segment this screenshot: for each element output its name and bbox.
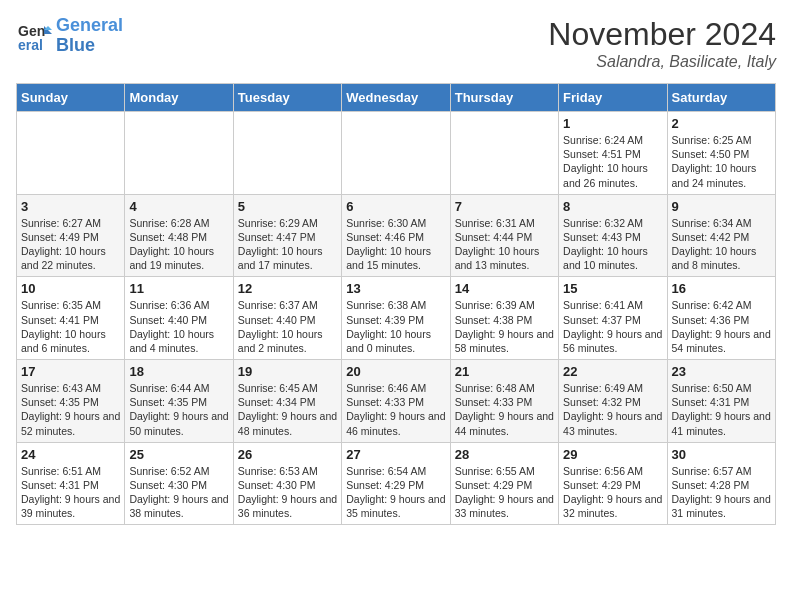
day-info: Sunrise: 6:29 AM Sunset: 4:47 PM Dayligh… bbox=[238, 216, 337, 273]
location: Salandra, Basilicate, Italy bbox=[548, 53, 776, 71]
day-number: 30 bbox=[672, 447, 771, 462]
calendar-cell: 19Sunrise: 6:45 AM Sunset: 4:34 PM Dayli… bbox=[233, 360, 341, 443]
header-friday: Friday bbox=[559, 84, 667, 112]
day-number: 26 bbox=[238, 447, 337, 462]
calendar-cell: 24Sunrise: 6:51 AM Sunset: 4:31 PM Dayli… bbox=[17, 442, 125, 525]
day-number: 25 bbox=[129, 447, 228, 462]
day-number: 29 bbox=[563, 447, 662, 462]
calendar-cell: 28Sunrise: 6:55 AM Sunset: 4:29 PM Dayli… bbox=[450, 442, 558, 525]
day-info: Sunrise: 6:57 AM Sunset: 4:28 PM Dayligh… bbox=[672, 464, 771, 521]
day-info: Sunrise: 6:24 AM Sunset: 4:51 PM Dayligh… bbox=[563, 133, 662, 190]
day-info: Sunrise: 6:36 AM Sunset: 4:40 PM Dayligh… bbox=[129, 298, 228, 355]
day-info: Sunrise: 6:35 AM Sunset: 4:41 PM Dayligh… bbox=[21, 298, 120, 355]
calendar-cell: 1Sunrise: 6:24 AM Sunset: 4:51 PM Daylig… bbox=[559, 112, 667, 195]
calendar-cell: 25Sunrise: 6:52 AM Sunset: 4:30 PM Dayli… bbox=[125, 442, 233, 525]
calendar-cell: 17Sunrise: 6:43 AM Sunset: 4:35 PM Dayli… bbox=[17, 360, 125, 443]
calendar-cell: 18Sunrise: 6:44 AM Sunset: 4:35 PM Dayli… bbox=[125, 360, 233, 443]
calendar-cell: 5Sunrise: 6:29 AM Sunset: 4:47 PM Daylig… bbox=[233, 194, 341, 277]
day-number: 11 bbox=[129, 281, 228, 296]
day-number: 12 bbox=[238, 281, 337, 296]
calendar-cell: 13Sunrise: 6:38 AM Sunset: 4:39 PM Dayli… bbox=[342, 277, 450, 360]
day-info: Sunrise: 6:50 AM Sunset: 4:31 PM Dayligh… bbox=[672, 381, 771, 438]
day-number: 7 bbox=[455, 199, 554, 214]
calendar-cell: 10Sunrise: 6:35 AM Sunset: 4:41 PM Dayli… bbox=[17, 277, 125, 360]
day-number: 19 bbox=[238, 364, 337, 379]
day-number: 27 bbox=[346, 447, 445, 462]
day-number: 16 bbox=[672, 281, 771, 296]
week-row-0: 1Sunrise: 6:24 AM Sunset: 4:51 PM Daylig… bbox=[17, 112, 776, 195]
day-number: 8 bbox=[563, 199, 662, 214]
day-info: Sunrise: 6:48 AM Sunset: 4:33 PM Dayligh… bbox=[455, 381, 554, 438]
logo-line2: Blue bbox=[56, 36, 123, 56]
calendar-cell: 29Sunrise: 6:56 AM Sunset: 4:29 PM Dayli… bbox=[559, 442, 667, 525]
calendar-cell: 21Sunrise: 6:48 AM Sunset: 4:33 PM Dayli… bbox=[450, 360, 558, 443]
logo-line1: General bbox=[56, 16, 123, 36]
calendar-cell: 11Sunrise: 6:36 AM Sunset: 4:40 PM Dayli… bbox=[125, 277, 233, 360]
week-row-1: 3Sunrise: 6:27 AM Sunset: 4:49 PM Daylig… bbox=[17, 194, 776, 277]
day-info: Sunrise: 6:46 AM Sunset: 4:33 PM Dayligh… bbox=[346, 381, 445, 438]
calendar-cell bbox=[125, 112, 233, 195]
calendar-cell: 3Sunrise: 6:27 AM Sunset: 4:49 PM Daylig… bbox=[17, 194, 125, 277]
calendar-cell: 7Sunrise: 6:31 AM Sunset: 4:44 PM Daylig… bbox=[450, 194, 558, 277]
day-number: 2 bbox=[672, 116, 771, 131]
day-number: 18 bbox=[129, 364, 228, 379]
calendar-cell: 8Sunrise: 6:32 AM Sunset: 4:43 PM Daylig… bbox=[559, 194, 667, 277]
calendar-cell: 12Sunrise: 6:37 AM Sunset: 4:40 PM Dayli… bbox=[233, 277, 341, 360]
day-number: 10 bbox=[21, 281, 120, 296]
day-info: Sunrise: 6:43 AM Sunset: 4:35 PM Dayligh… bbox=[21, 381, 120, 438]
day-info: Sunrise: 6:54 AM Sunset: 4:29 PM Dayligh… bbox=[346, 464, 445, 521]
logo: Gen eral General Blue bbox=[16, 16, 123, 56]
day-number: 14 bbox=[455, 281, 554, 296]
title-block: November 2024 Salandra, Basilicate, Ital… bbox=[548, 16, 776, 71]
page-header: Gen eral General Blue November 2024 Sala… bbox=[16, 16, 776, 71]
day-info: Sunrise: 6:28 AM Sunset: 4:48 PM Dayligh… bbox=[129, 216, 228, 273]
day-info: Sunrise: 6:34 AM Sunset: 4:42 PM Dayligh… bbox=[672, 216, 771, 273]
day-number: 23 bbox=[672, 364, 771, 379]
day-info: Sunrise: 6:49 AM Sunset: 4:32 PM Dayligh… bbox=[563, 381, 662, 438]
header-sunday: Sunday bbox=[17, 84, 125, 112]
header-saturday: Saturday bbox=[667, 84, 775, 112]
day-info: Sunrise: 6:31 AM Sunset: 4:44 PM Dayligh… bbox=[455, 216, 554, 273]
day-number: 15 bbox=[563, 281, 662, 296]
week-row-4: 24Sunrise: 6:51 AM Sunset: 4:31 PM Dayli… bbox=[17, 442, 776, 525]
day-number: 4 bbox=[129, 199, 228, 214]
week-row-2: 10Sunrise: 6:35 AM Sunset: 4:41 PM Dayli… bbox=[17, 277, 776, 360]
day-header-row: SundayMondayTuesdayWednesdayThursdayFrid… bbox=[17, 84, 776, 112]
logo-icon: Gen eral bbox=[16, 18, 52, 54]
day-number: 1 bbox=[563, 116, 662, 131]
calendar-cell: 27Sunrise: 6:54 AM Sunset: 4:29 PM Dayli… bbox=[342, 442, 450, 525]
day-info: Sunrise: 6:39 AM Sunset: 4:38 PM Dayligh… bbox=[455, 298, 554, 355]
day-info: Sunrise: 6:55 AM Sunset: 4:29 PM Dayligh… bbox=[455, 464, 554, 521]
day-info: Sunrise: 6:37 AM Sunset: 4:40 PM Dayligh… bbox=[238, 298, 337, 355]
day-number: 5 bbox=[238, 199, 337, 214]
calendar-cell: 6Sunrise: 6:30 AM Sunset: 4:46 PM Daylig… bbox=[342, 194, 450, 277]
day-number: 21 bbox=[455, 364, 554, 379]
calendar-cell: 15Sunrise: 6:41 AM Sunset: 4:37 PM Dayli… bbox=[559, 277, 667, 360]
day-info: Sunrise: 6:27 AM Sunset: 4:49 PM Dayligh… bbox=[21, 216, 120, 273]
day-number: 6 bbox=[346, 199, 445, 214]
calendar-table: SundayMondayTuesdayWednesdayThursdayFrid… bbox=[16, 83, 776, 525]
header-wednesday: Wednesday bbox=[342, 84, 450, 112]
header-tuesday: Tuesday bbox=[233, 84, 341, 112]
calendar-cell: 26Sunrise: 6:53 AM Sunset: 4:30 PM Dayli… bbox=[233, 442, 341, 525]
day-number: 13 bbox=[346, 281, 445, 296]
calendar-cell bbox=[17, 112, 125, 195]
calendar-cell: 16Sunrise: 6:42 AM Sunset: 4:36 PM Dayli… bbox=[667, 277, 775, 360]
calendar-cell: 2Sunrise: 6:25 AM Sunset: 4:50 PM Daylig… bbox=[667, 112, 775, 195]
day-info: Sunrise: 6:51 AM Sunset: 4:31 PM Dayligh… bbox=[21, 464, 120, 521]
day-number: 20 bbox=[346, 364, 445, 379]
day-info: Sunrise: 6:32 AM Sunset: 4:43 PM Dayligh… bbox=[563, 216, 662, 273]
day-number: 28 bbox=[455, 447, 554, 462]
day-info: Sunrise: 6:30 AM Sunset: 4:46 PM Dayligh… bbox=[346, 216, 445, 273]
day-info: Sunrise: 6:44 AM Sunset: 4:35 PM Dayligh… bbox=[129, 381, 228, 438]
day-info: Sunrise: 6:56 AM Sunset: 4:29 PM Dayligh… bbox=[563, 464, 662, 521]
day-info: Sunrise: 6:52 AM Sunset: 4:30 PM Dayligh… bbox=[129, 464, 228, 521]
svg-text:eral: eral bbox=[18, 37, 43, 53]
calendar-cell: 23Sunrise: 6:50 AM Sunset: 4:31 PM Dayli… bbox=[667, 360, 775, 443]
calendar-cell: 4Sunrise: 6:28 AM Sunset: 4:48 PM Daylig… bbox=[125, 194, 233, 277]
week-row-3: 17Sunrise: 6:43 AM Sunset: 4:35 PM Dayli… bbox=[17, 360, 776, 443]
calendar-cell: 30Sunrise: 6:57 AM Sunset: 4:28 PM Dayli… bbox=[667, 442, 775, 525]
day-number: 24 bbox=[21, 447, 120, 462]
day-info: Sunrise: 6:45 AM Sunset: 4:34 PM Dayligh… bbox=[238, 381, 337, 438]
calendar-header: SundayMondayTuesdayWednesdayThursdayFrid… bbox=[17, 84, 776, 112]
